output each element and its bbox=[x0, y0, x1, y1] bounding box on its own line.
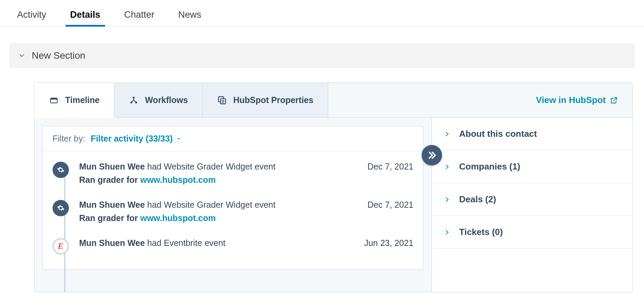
chevron-right-icon bbox=[444, 229, 450, 235]
timeline-pane: Filter by: Filter activity (33/33) bbox=[34, 118, 432, 292]
sidebar-item-companies[interactable]: Companies (1) bbox=[432, 150, 632, 183]
event-date: Jun 23, 2021 bbox=[364, 238, 413, 248]
external-link-icon bbox=[610, 96, 618, 104]
hubspot-tab-timeline[interactable]: Timeline bbox=[34, 83, 114, 118]
event-actor: Mun Shuen Wee bbox=[79, 238, 145, 248]
expand-sidebar-button[interactable] bbox=[422, 145, 442, 165]
hubspot-tabbar: Timeline Workflows bbox=[34, 83, 632, 118]
tab-chatter[interactable]: Chatter bbox=[124, 10, 155, 26]
event-actor: Mun Shuen Wee bbox=[79, 162, 145, 171]
event-date: Dec 7, 2021 bbox=[367, 200, 413, 210]
sidebar-item-deals[interactable]: Deals (2) bbox=[432, 183, 632, 216]
chevron-right-icon bbox=[444, 164, 450, 170]
timeline-icon bbox=[49, 95, 59, 105]
event-link[interactable]: www.hubspot.com bbox=[140, 213, 216, 223]
event-tail: had Website Grader Widget event bbox=[145, 162, 276, 171]
chevron-down-icon bbox=[18, 52, 26, 59]
event-tail: had Eventbrite event bbox=[145, 238, 225, 248]
sidebar-item-label: Companies (1) bbox=[459, 161, 520, 172]
filter-by-label: Filter by: bbox=[53, 134, 85, 144]
event-actor: Mun Shuen Wee bbox=[79, 200, 145, 209]
chevron-right-icon bbox=[444, 131, 450, 137]
hubspot-tab-label: Timeline bbox=[65, 95, 100, 105]
event-link[interactable]: www.hubspot.com bbox=[140, 175, 216, 185]
timeline-events: Mun Shuen Wee had Website Grader Widget … bbox=[43, 151, 423, 269]
view-in-hubspot-label: View in HubSpot bbox=[536, 95, 606, 105]
record-top-tabs: Activity Details Chatter News bbox=[0, 0, 644, 27]
sidebar-item-tickets[interactable]: Tickets (0) bbox=[432, 216, 632, 249]
hubspot-tab-label: Workflows bbox=[145, 95, 188, 105]
svg-point-2 bbox=[133, 97, 135, 99]
filter-activity-dropdown[interactable]: Filter activity (33/33) bbox=[91, 134, 181, 144]
eventbrite-icon: E bbox=[53, 238, 69, 254]
gear-icon bbox=[53, 162, 69, 178]
filter-activity-label: Filter activity (33/33) bbox=[91, 134, 173, 144]
hubspot-tab-properties[interactable]: HubSpot Properties bbox=[203, 83, 328, 118]
timeline-event[interactable]: Mun Shuen Wee had Website Grader Widget … bbox=[53, 162, 413, 200]
hubspot-tab-label: HubSpot Properties bbox=[233, 95, 313, 105]
tab-news[interactable]: News bbox=[178, 10, 202, 26]
sidebar-item-label: Deals (2) bbox=[459, 194, 496, 205]
event-date: Dec 7, 2021 bbox=[367, 162, 413, 172]
tab-spacer bbox=[328, 83, 536, 118]
hubspot-tab-workflows[interactable]: Workflows bbox=[114, 83, 203, 118]
chevron-right-icon bbox=[444, 196, 450, 203]
view-in-hubspot-link[interactable]: View in HubSpot bbox=[536, 83, 632, 118]
section-title: New Section bbox=[32, 50, 85, 61]
filter-head: Filter by: Filter activity (33/33) bbox=[43, 126, 423, 151]
gear-icon bbox=[53, 200, 69, 216]
timeline-event[interactable]: Mun Shuen Wee had Website Grader Widget … bbox=[53, 200, 413, 238]
caret-down-icon bbox=[176, 136, 181, 142]
sidebar-item-label: About this contact bbox=[459, 129, 537, 139]
event-line2-prefix: Ran grader for bbox=[79, 213, 140, 223]
workflows-icon bbox=[129, 95, 139, 105]
svg-rect-1 bbox=[50, 98, 57, 99]
properties-icon bbox=[217, 95, 227, 105]
section-new-section[interactable]: New Section bbox=[10, 44, 634, 68]
event-tail: had Website Grader Widget event bbox=[145, 200, 276, 209]
double-chevron-right-icon bbox=[427, 150, 437, 160]
sidebar-item-label: Tickets (0) bbox=[459, 227, 503, 237]
hubspot-sidebar: About this contact Companies (1) Deals (… bbox=[432, 118, 632, 292]
hubspot-widget: Timeline Workflows bbox=[34, 83, 633, 292]
tab-activity[interactable]: Activity bbox=[17, 10, 46, 26]
timeline-filter-card: Filter by: Filter activity (33/33) bbox=[43, 126, 423, 270]
event-line2-prefix: Ran grader for bbox=[79, 175, 140, 185]
tab-details[interactable]: Details bbox=[70, 10, 101, 26]
sidebar-item-about[interactable]: About this contact bbox=[432, 118, 632, 150]
timeline-event[interactable]: E Mun Shuen Wee had Eventbrite event Jun… bbox=[53, 238, 413, 269]
